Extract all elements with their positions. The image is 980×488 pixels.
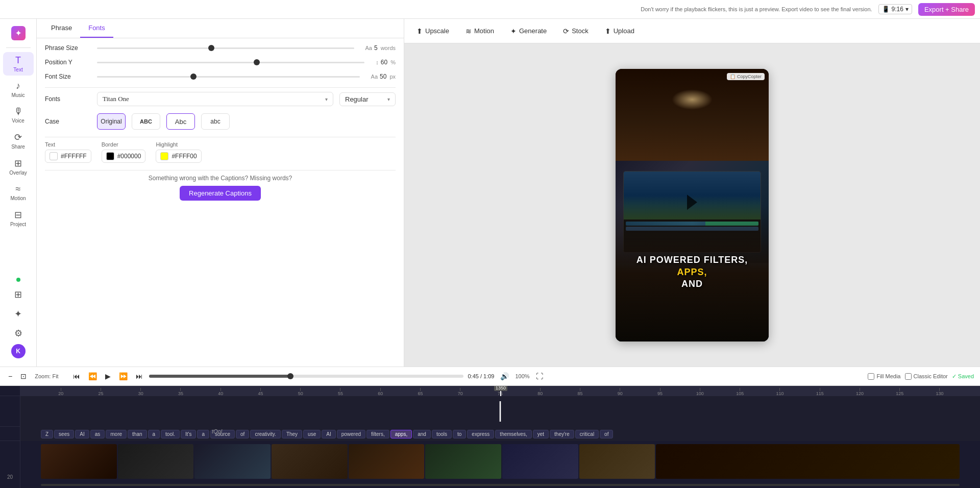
caption-chip-yet[interactable]: yet — [533, 430, 549, 438]
fill-media-checkbox[interactable]: Fill Media — [868, 373, 900, 380]
classic-editor-input[interactable] — [905, 373, 912, 380]
caption-chip-apps[interactable]: apps, — [390, 430, 412, 438]
ratio-chevron-icon: ▾ — [905, 6, 909, 13]
border-color-item: Border #000000 — [102, 141, 146, 163]
caption-chip-than[interactable]: than — [128, 430, 146, 438]
video-thumb-3[interactable] — [194, 444, 271, 479]
caption-chip-of2[interactable]: of — [600, 430, 613, 438]
position-y-slider[interactable] — [97, 62, 364, 63]
sidebar-item-grid[interactable]: ⊞ — [3, 286, 34, 303]
caption-chip-of1[interactable]: of — [236, 430, 249, 438]
prev-frame-button[interactable]: ⏪ — [86, 371, 99, 381]
sidebar-item-voice[interactable]: 🎙 Voice — [3, 103, 34, 127]
video-thumb-1[interactable] — [41, 444, 117, 479]
progress-bar[interactable] — [149, 375, 464, 378]
font-weight-selector[interactable]: Regular ▾ — [339, 92, 396, 106]
caption-chip-filters[interactable]: filters, — [366, 430, 389, 438]
caption-chip-tool[interactable]: tool. — [161, 430, 180, 438]
video-thumb-5[interactable] — [349, 444, 425, 479]
video-thumb-6[interactable] — [425, 444, 501, 479]
caption-chip-express[interactable]: express — [467, 430, 494, 438]
caption-chip-and[interactable]: and — [413, 430, 431, 438]
caption-chip-a2[interactable]: a — [197, 430, 209, 438]
caption-chip-powered[interactable]: powered — [337, 430, 365, 438]
caption-chip-source[interactable]: source — [210, 430, 235, 438]
font-size-slider[interactable] — [97, 76, 360, 78]
caption-chip-sees[interactable]: sees — [54, 430, 74, 438]
caption-chip-critical[interactable]: critical — [575, 430, 599, 438]
font-weight-name: Regular — [345, 95, 387, 103]
next-frame-button[interactable]: ⏩ — [117, 371, 130, 381]
highlight-color-swatch[interactable]: #FFFF00 — [156, 150, 201, 163]
export-share-button[interactable]: Export + Share — [918, 3, 975, 16]
caption-chip-they[interactable]: They — [282, 430, 302, 438]
caption-chip-more[interactable]: more — [106, 430, 127, 438]
font-family-selector[interactable]: Titan One ▾ — [97, 92, 333, 106]
sidebar-item-music[interactable]: ♪ Music — [3, 78, 34, 101]
caption-chip-ai1[interactable]: AI — [75, 430, 89, 438]
case-upper[interactable]: ABC — [132, 113, 160, 130]
upscale-button[interactable]: ⬆ Upscale — [412, 25, 453, 37]
caption-chip-use[interactable]: use — [303, 430, 321, 438]
play-button[interactable]: ▶ — [103, 371, 113, 381]
sidebar-item-magic[interactable]: ✦ — [3, 305, 34, 323]
fullscreen-button[interactable]: ⛶ — [534, 371, 545, 381]
classic-editor-checkbox[interactable]: Classic Editor — [905, 373, 948, 380]
motion-button[interactable]: ≋ Motion — [461, 25, 498, 37]
caption-chip-tools[interactable]: tools — [432, 430, 452, 438]
text-color-swatch[interactable]: #FFFFFF — [45, 150, 91, 163]
ratio-selector[interactable]: 📱 9:16 ▾ — [878, 4, 912, 14]
volume-value: 100 — [515, 373, 524, 379]
sidebar-item-project[interactable]: ⊟ Project — [3, 206, 34, 230]
caption-chip-ai2[interactable]: AI — [322, 430, 335, 438]
tick-12: 80 — [520, 388, 560, 396]
caption-chip-a1[interactable]: a — [148, 430, 160, 438]
case-lower[interactable]: abc — [201, 113, 230, 130]
case-title[interactable]: Abc — [166, 113, 195, 130]
video-thumb-7[interactable] — [502, 444, 578, 479]
video-thumb-8[interactable] — [579, 444, 655, 479]
tick-2: 30 — [121, 388, 161, 396]
timeline-container: 20 20 25 30 35 40 45 50 55 60 65 70 — [0, 386, 980, 488]
caption-chip-as[interactable]: as — [90, 430, 105, 438]
tab-fonts[interactable]: Fonts — [80, 19, 113, 38]
case-original[interactable]: Original — [97, 113, 126, 130]
tab-phrase[interactable]: Phrase — [43, 19, 80, 38]
upload-button[interactable]: ⬆ Upload — [601, 25, 639, 37]
border-color-label: Border — [102, 141, 146, 148]
video-background: AI POWERED FILTERS, APPS, AND — [616, 69, 769, 341]
stock-button[interactable]: ⟳ Stock — [559, 25, 593, 37]
caption-chip-creativity[interactable]: creativity. — [250, 430, 281, 438]
sidebar-text-label: Text — [13, 67, 22, 72]
skip-forward-button[interactable]: ⏭ — [134, 371, 145, 381]
user-avatar[interactable]: K — [11, 344, 26, 358]
caption-chip-to[interactable]: to — [453, 430, 466, 438]
caption-chip-its[interactable]: It's — [181, 430, 196, 438]
upscale-label: Upscale — [425, 27, 449, 35]
sidebar-voice-label: Voice — [12, 118, 24, 124]
caption-chip-z[interactable]: Z — [41, 430, 53, 438]
caption-chip-theyre[interactable]: they're — [550, 430, 574, 438]
preview-notice: Don't worry if the playback flickers, th… — [641, 6, 872, 12]
video-strip — [20, 441, 980, 482]
scroll-track[interactable] — [41, 484, 960, 486]
fill-media-input[interactable] — [868, 373, 874, 380]
border-color-swatch[interactable]: #000000 — [102, 150, 146, 163]
sidebar-item-settings[interactable]: ⚙ — [3, 325, 34, 342]
sidebar-item-motion[interactable]: ≈ Motion — [3, 181, 34, 204]
sidebar-item-overlay[interactable]: ⊞ Overlay — [3, 155, 34, 179]
video-thumb-9[interactable] — [656, 444, 960, 479]
volume-button[interactable]: 🔊 — [498, 371, 511, 381]
generate-button[interactable]: ✦ Generate — [506, 25, 551, 37]
sidebar-item-share[interactable]: ⟳ Share — [3, 129, 34, 153]
video-thumb-2[interactable] — [118, 444, 194, 479]
regenerate-button[interactable]: Regenerate Captions — [180, 186, 261, 201]
skip-back-button[interactable]: ⏮ — [71, 371, 82, 381]
phrase-size-slider[interactable] — [97, 47, 354, 49]
zoom-fit-button[interactable]: ⊡ — [18, 371, 29, 381]
caption-chip-themselves[interactable]: themselves, — [495, 430, 531, 438]
zoom-out-button[interactable]: − — [6, 371, 14, 381]
video-thumb-4[interactable] — [272, 444, 348, 479]
sidebar-item-text[interactable]: T Text — [3, 52, 34, 76]
progress-thumb[interactable] — [287, 373, 293, 379]
